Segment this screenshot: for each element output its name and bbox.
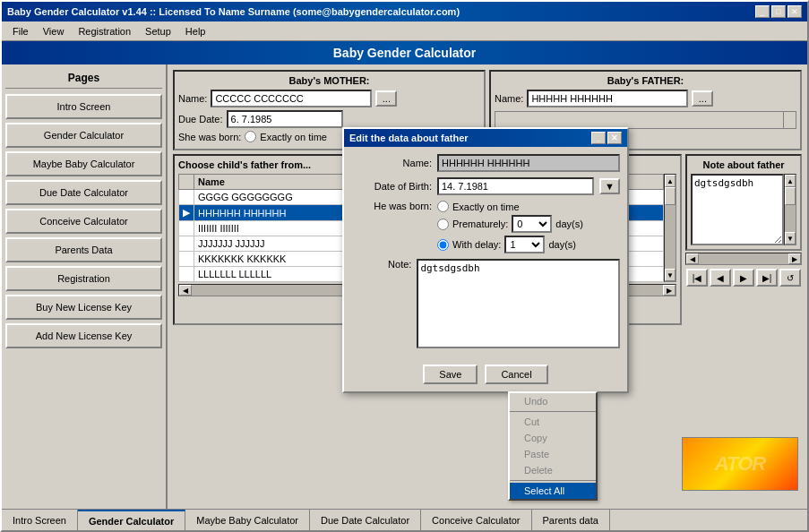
radio-exact-row: Exactly on time — [437, 201, 620, 212]
context-menu: Undo Cut Copy Paste Delete Select All — [508, 391, 598, 501]
dialog-title-bar: Edit the data about father _ ✕ — [344, 129, 627, 147]
dialog-note-row: Note: dgtsdgsdbh — [351, 259, 620, 348]
main-window: Baby Gender Calculator v1.44 :: Licensed… — [0, 0, 809, 532]
dialog-window-controls: _ ✕ — [591, 132, 622, 144]
context-undo[interactable]: Undo — [510, 393, 596, 409]
dialog-body: Name: Date of Birth: ▼ He was born: Exac… — [344, 147, 627, 361]
dialog-title-text: Edit the data about father — [349, 133, 469, 143]
delay-days-label: day(s) — [548, 239, 576, 250]
radio-exact-label: Exactly on time — [452, 202, 520, 212]
dialog-name-label: Name: — [351, 158, 432, 168]
dialog-overlay: Edit the data about father _ ✕ Name: Dat… — [2, 2, 807, 530]
dialog-born-row: He was born: Exactly on time Prematurely… — [351, 201, 620, 253]
delay-spinner: 123 day(s) — [504, 236, 576, 253]
dialog-dob-row: Date of Birth: ▼ — [351, 177, 620, 195]
radio-delay-label: With delay: — [452, 239, 501, 250]
dialog-dob-label: Date of Birth: — [351, 181, 432, 192]
dialog-note-label: Note: — [351, 259, 411, 270]
dialog-cancel-btn[interactable]: Cancel — [485, 365, 547, 384]
dialog-close[interactable]: ✕ — [607, 132, 622, 144]
dialog-dob-input[interactable] — [437, 177, 594, 195]
radio-premature-row: Prematurely: 012 day(s) — [437, 215, 620, 233]
context-select-all[interactable]: Select All — [510, 483, 596, 499]
dialog-save-btn[interactable]: Save — [423, 365, 478, 384]
premature-days-label: day(s) — [555, 219, 583, 229]
radio-premature-label: Prematurely: — [452, 219, 508, 229]
dialog-name-input[interactable] — [437, 154, 620, 172]
delay-value[interactable]: 123 — [504, 236, 545, 253]
context-paste[interactable]: Paste — [510, 446, 596, 462]
premature-spinner: 012 day(s) — [512, 215, 583, 233]
context-sep1 — [510, 411, 596, 412]
dialog-born-label: He was born: — [351, 201, 432, 211]
radio-delay-row: With delay: 123 day(s) — [437, 236, 620, 253]
dialog-name-row: Name: — [351, 154, 620, 172]
dialog-dob-btn[interactable]: ▼ — [599, 178, 620, 194]
radio-exact[interactable] — [437, 201, 449, 212]
edit-father-dialog: Edit the data about father _ ✕ Name: Dat… — [342, 127, 629, 393]
radio-delay[interactable] — [437, 239, 449, 251]
context-copy[interactable]: Copy — [510, 430, 596, 446]
dialog-note-textarea[interactable]: dgtsdgsdbh — [417, 259, 620, 348]
dialog-minimize[interactable]: _ — [591, 132, 606, 144]
context-cut[interactable]: Cut — [510, 414, 596, 430]
dialog-footer: Save Cancel — [344, 361, 627, 391]
radio-group: Exactly on time Prematurely: 012 day(s) — [437, 201, 620, 253]
context-delete[interactable]: Delete — [510, 462, 596, 478]
premature-value[interactable]: 012 — [512, 215, 552, 233]
context-sep2 — [510, 480, 596, 481]
radio-premature[interactable] — [437, 219, 449, 230]
